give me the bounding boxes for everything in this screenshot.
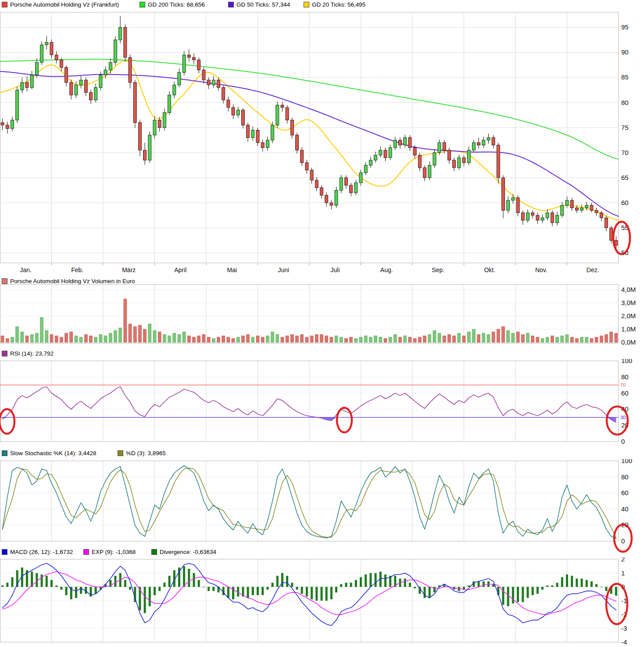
svg-text:40: 40 bbox=[621, 505, 629, 513]
stochastic-legend-label: Slow Stochastic %K (14): 3,4428 bbox=[10, 450, 97, 456]
svg-text:95: 95 bbox=[621, 23, 629, 31]
price-legend-item: GD 20 Ticks: 56,495 bbox=[304, 1, 365, 8]
rsi-legend-swatch bbox=[2, 351, 7, 356]
svg-text:Sep.: Sep. bbox=[432, 266, 444, 273]
svg-text:2,0M: 2,0M bbox=[621, 312, 636, 320]
svg-text:80: 80 bbox=[621, 473, 629, 481]
rsi-legend-item: RSI (14): 23,792 bbox=[2, 350, 54, 357]
svg-text:Juli: Juli bbox=[330, 266, 340, 273]
svg-text:-3: -3 bbox=[621, 625, 627, 632]
svg-text:-4: -4 bbox=[621, 638, 627, 646]
svg-text:100: 100 bbox=[621, 359, 632, 364]
svg-text:3,0M: 3,0M bbox=[621, 299, 636, 306]
stochastic-legend: Slow Stochastic %K (14): 3,4428%D (3): 3… bbox=[0, 450, 644, 458]
stochastic-legend-swatch bbox=[2, 450, 7, 456]
price-legend-swatch bbox=[228, 2, 234, 7]
macd-panel: 210-1-2-3-4 bbox=[0, 557, 644, 647]
svg-text:0: 0 bbox=[621, 537, 625, 545]
svg-text:1,0M: 1,0M bbox=[621, 325, 636, 333]
svg-text:Feb.: Feb. bbox=[71, 266, 83, 273]
stochastic-legend-label: %D (3): 3,8965 bbox=[126, 450, 166, 456]
svg-text:80: 80 bbox=[621, 99, 629, 106]
svg-text:85: 85 bbox=[621, 73, 629, 81]
price-legend-label: GD 20 Ticks: 56,495 bbox=[312, 1, 365, 8]
svg-text:60: 60 bbox=[621, 199, 629, 206]
price-legend-item: GD 200 Ticks: 68,656 bbox=[140, 1, 205, 8]
price-legend-label: GD 200 Ticks: 68,656 bbox=[148, 1, 205, 8]
price-legend-label: Porsche Automobil Holding Vz (Frankfurt) bbox=[10, 1, 119, 8]
stock-chart-page: { "months": ["Jan.","Feb.","M\u00e4rz","… bbox=[0, 0, 644, 647]
svg-text:Okt.: Okt. bbox=[484, 266, 495, 273]
svg-text:1: 1 bbox=[621, 569, 625, 577]
svg-text:90: 90 bbox=[621, 48, 629, 56]
price-legend-swatch bbox=[140, 2, 145, 7]
price-legend-item: Porsche Automobil Holding Vz (Frankfurt) bbox=[2, 1, 119, 8]
stochastic-legend-swatch bbox=[118, 450, 123, 456]
stochastic-legend-item: %D (3): 3,8965 bbox=[118, 450, 166, 456]
svg-text:65: 65 bbox=[621, 174, 629, 181]
stochastic-legend-item: Slow Stochastic %K (14): 3,4428 bbox=[2, 450, 97, 456]
rsi-legend: RSI (14): 23,792 bbox=[0, 350, 644, 358]
svg-text:April: April bbox=[174, 266, 186, 273]
svg-text:4,0M: 4,0M bbox=[621, 286, 636, 293]
svg-text:30: 30 bbox=[620, 415, 626, 420]
price-candlestick-panel: 95908580757065605550Jan.Feb.MärzAprilMai… bbox=[0, 11, 644, 277]
price-legend-item: GD 50 Ticks: 57,344 bbox=[228, 1, 290, 8]
svg-text:60: 60 bbox=[621, 489, 629, 496]
svg-text:Nov.: Nov. bbox=[535, 266, 547, 273]
price-legend-swatch bbox=[2, 2, 7, 7]
svg-text:60: 60 bbox=[621, 389, 629, 397]
price-legend-swatch bbox=[304, 2, 309, 7]
svg-text:75: 75 bbox=[621, 124, 629, 131]
svg-text:Mai: Mai bbox=[227, 266, 237, 273]
svg-text:0: 0 bbox=[621, 438, 625, 445]
price-legend-label: GD 50 Ticks: 57,344 bbox=[236, 1, 290, 8]
svg-text:März: März bbox=[122, 266, 136, 273]
svg-text:Aug.: Aug. bbox=[380, 266, 393, 273]
svg-text:70: 70 bbox=[620, 382, 626, 388]
svg-text:2: 2 bbox=[621, 557, 625, 563]
svg-text:Juni: Juni bbox=[278, 266, 289, 273]
rsi-legend-label: RSI (14): 23,792 bbox=[10, 350, 54, 357]
svg-text:Dez.: Dez. bbox=[587, 266, 599, 273]
svg-text:100: 100 bbox=[621, 459, 632, 464]
svg-text:Jan.: Jan. bbox=[20, 266, 32, 273]
price-legend: Porsche Automobil Holding Vz (Frankfurt)… bbox=[0, 1, 644, 9]
volume-bars-panel: 4,0M3,0M2,0M1,0M0,0M bbox=[0, 284, 644, 346]
svg-text:80: 80 bbox=[621, 373, 629, 381]
rsi-panel: 1008060402007030 bbox=[0, 359, 644, 445]
svg-text:70: 70 bbox=[621, 149, 629, 156]
stochastic-panel: 100806040200 bbox=[0, 459, 644, 554]
svg-text:0,0M: 0,0M bbox=[621, 338, 636, 346]
